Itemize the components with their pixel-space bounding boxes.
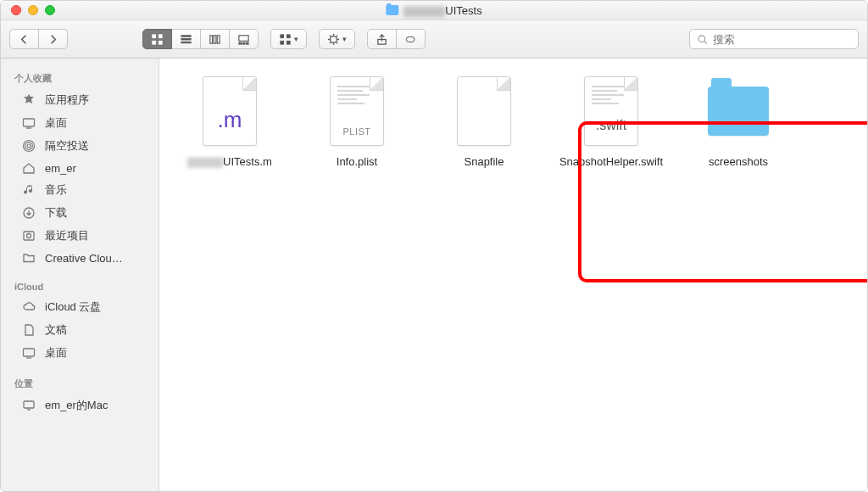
home-icon xyxy=(21,161,36,175)
music-icon xyxy=(21,183,36,197)
search-field[interactable] xyxy=(689,29,859,49)
arrange-button[interactable]: ▾ xyxy=(270,29,307,49)
sidebar-item-folder[interactable]: Creative Clou… xyxy=(6,248,153,268)
svg-rect-0 xyxy=(153,34,156,37)
sidebar: 个人收藏 应用程序桌面隔空投送em_er音乐下载最近项目Creative Clo… xyxy=(1,59,159,491)
svg-point-23 xyxy=(27,144,31,148)
title-blurred-part: ▯▯▯▯▯▯▯ xyxy=(403,4,445,17)
documents-icon xyxy=(21,323,36,337)
close-window-button[interactable] xyxy=(11,5,21,15)
desktop-icon xyxy=(21,346,36,360)
sidebar-item-label: em_er的Mac xyxy=(45,398,108,413)
column-view-button[interactable] xyxy=(201,29,230,49)
sidebar-item-label: Creative Clou… xyxy=(45,252,123,265)
icon-grid: .m▯▯▯▯▯▯UITests.mPLISTInfo.plistSnapfile… xyxy=(159,59,867,194)
sidebar-item-label: 桌面 xyxy=(45,345,67,361)
share-button[interactable] xyxy=(367,29,397,49)
svg-rect-13 xyxy=(246,42,248,44)
file-item-Snapfile[interactable]: Snapfile xyxy=(420,69,548,169)
file-label: screenshots xyxy=(709,155,768,169)
tags-button[interactable] xyxy=(397,29,426,49)
sidebar-item-label: 文稿 xyxy=(45,322,67,338)
folder-icon xyxy=(386,5,398,15)
sidebar-item-label: iCloud 云盘 xyxy=(45,299,101,315)
svg-rect-11 xyxy=(239,42,242,44)
icon-view-button[interactable] xyxy=(142,29,172,49)
apps-icon xyxy=(21,93,36,107)
sidebar-item-airdrop[interactable]: 隔空投送 xyxy=(6,135,153,157)
sidebar-section-favorites: 个人收藏 xyxy=(1,67,159,88)
title-suffix: UITests xyxy=(445,4,481,17)
nav-buttons xyxy=(9,29,68,49)
svg-rect-6 xyxy=(181,42,191,42)
svg-rect-7 xyxy=(210,35,213,42)
svg-rect-29 xyxy=(24,349,35,356)
file-item-Info.plist[interactable]: PLISTInfo.plist xyxy=(293,69,420,169)
file-item-SnapshotHelper.swift[interactable]: .swiftSnapshotHelper.swift xyxy=(548,69,675,169)
svg-point-18 xyxy=(331,36,337,42)
action-button[interactable]: ▾ xyxy=(319,29,355,49)
file-label: Snapfile xyxy=(465,155,504,169)
search-input[interactable] xyxy=(713,33,851,46)
back-button[interactable] xyxy=(9,29,39,49)
document-icon: .m xyxy=(199,74,260,148)
list-view-button[interactable] xyxy=(172,29,201,49)
sidebar-item-computer[interactable]: em_er的Mac xyxy=(6,394,153,417)
document-icon: .swift xyxy=(581,74,642,148)
sidebar-item-label: 应用程序 xyxy=(45,92,89,108)
svg-rect-4 xyxy=(181,35,191,36)
file-label: Info.plist xyxy=(337,155,377,169)
svg-rect-22 xyxy=(24,119,35,126)
sidebar-item-label: 桌面 xyxy=(45,115,67,131)
window-titlebar: ▯▯▯▯▯▯▯UITests xyxy=(1,1,867,20)
svg-point-28 xyxy=(27,234,31,238)
svg-rect-16 xyxy=(281,41,284,44)
sidebar-item-label: em_er xyxy=(45,162,76,175)
svg-rect-15 xyxy=(287,34,290,37)
content-area[interactable]: .m▯▯▯▯▯▯UITests.mPLISTInfo.plistSnapfile… xyxy=(159,59,867,491)
sidebar-item-home[interactable]: em_er xyxy=(6,158,153,178)
recents-icon xyxy=(21,229,36,243)
sidebar-item-desktop[interactable]: 桌面 xyxy=(6,342,153,364)
svg-rect-27 xyxy=(24,232,34,240)
file-item-screenshots[interactable]: screenshots xyxy=(675,69,802,169)
forward-button[interactable] xyxy=(39,29,68,49)
fullscreen-window-button[interactable] xyxy=(45,5,55,15)
svg-point-24 xyxy=(25,143,33,150)
toolbar: ▾ ▾ xyxy=(1,20,867,59)
sidebar-item-music[interactable]: 音乐 xyxy=(6,179,153,201)
svg-rect-14 xyxy=(281,34,284,37)
gallery-view-button[interactable] xyxy=(230,29,259,49)
svg-rect-9 xyxy=(217,35,220,42)
svg-rect-5 xyxy=(181,38,191,39)
sidebar-section-icloud: iCloud xyxy=(1,277,159,295)
svg-rect-3 xyxy=(159,41,162,44)
downloads-icon xyxy=(21,206,36,220)
minimize-window-button[interactable] xyxy=(28,5,38,15)
window-title: ▯▯▯▯▯▯▯UITests xyxy=(386,4,481,17)
share-tag-buttons xyxy=(367,29,426,49)
document-icon: PLIST xyxy=(326,74,387,148)
svg-rect-8 xyxy=(214,35,216,42)
svg-point-21 xyxy=(698,35,705,42)
file-item-UITests.m[interactable]: .m▯▯▯▯▯▯UITests.m xyxy=(166,69,293,169)
svg-rect-2 xyxy=(153,41,156,44)
svg-rect-30 xyxy=(24,401,34,408)
desktop-icon xyxy=(21,116,36,130)
sidebar-section-locations: 位置 xyxy=(1,372,159,394)
folder-icon xyxy=(708,74,769,148)
svg-rect-20 xyxy=(406,36,415,42)
folder-icon xyxy=(21,251,36,265)
sidebar-item-apps[interactable]: 应用程序 xyxy=(6,89,153,111)
airdrop-icon xyxy=(21,139,36,153)
svg-rect-1 xyxy=(159,34,162,37)
sidebar-item-documents[interactable]: 文稿 xyxy=(6,319,153,341)
view-mode-buttons xyxy=(142,29,259,49)
document-icon xyxy=(453,74,515,148)
sidebar-item-desktop[interactable]: 桌面 xyxy=(6,112,153,134)
sidebar-item-downloads[interactable]: 下载 xyxy=(6,202,153,224)
sidebar-item-cloud[interactable]: iCloud 云盘 xyxy=(6,296,153,318)
sidebar-item-recents[interactable]: 最近项目 xyxy=(6,225,153,247)
search-icon xyxy=(697,33,708,46)
traffic-lights xyxy=(11,5,55,15)
